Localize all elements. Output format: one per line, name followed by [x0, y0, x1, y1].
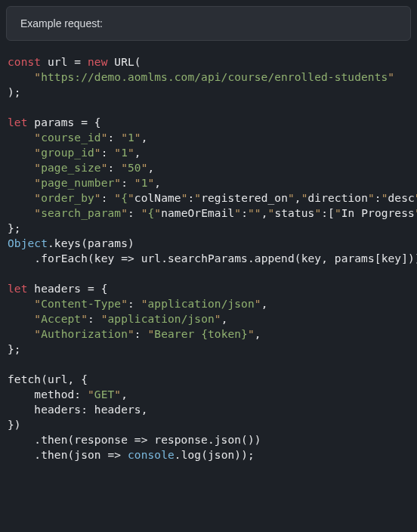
method-val: GET: [94, 388, 115, 401]
code-line: let params = {: [8, 116, 101, 128]
class-console: console: [128, 449, 175, 461]
method-then: then: [41, 434, 67, 446]
string-quote: ": [134, 177, 141, 189]
string-quote: ": [114, 388, 121, 401]
string-quote: ": [248, 328, 255, 340]
code-line: };: [8, 222, 21, 234]
header-key: Content-Type: [41, 298, 121, 310]
string-quote: ": [141, 207, 148, 219]
class-object: Object: [8, 237, 48, 249]
code-line: "search_param": "{"nameOrEmail":"","stat…: [8, 207, 417, 219]
code-line: "order_by": "{"colName":"registered_on",…: [8, 192, 417, 204]
code-line: .forEach(key => url.searchParams.append(…: [8, 252, 417, 264]
string-quote: ": [128, 328, 134, 340]
string-quote: ": [34, 328, 41, 340]
header-val: application/json: [148, 298, 255, 310]
string-quote: ": [147, 328, 154, 340]
param-val: 50: [128, 162, 141, 174]
string-quote: ": [128, 147, 134, 159]
var-headers: headers: [34, 283, 81, 295]
code-line: const url = new URL(: [8, 56, 141, 68]
code-line: .then(response => response.json()): [8, 434, 261, 446]
code-line: "course_id": "1",: [8, 131, 148, 144]
code-line: "Authorization": "Bearer {token}",: [8, 328, 261, 340]
string-quote: ": [121, 131, 128, 144]
code-line: "group_id": "1",: [8, 147, 141, 159]
code-line: };: [8, 343, 21, 355]
header-key: Authorization: [41, 328, 128, 340]
string-quote: ": [101, 313, 108, 325]
opt-method: method: [34, 388, 74, 401]
string-quote: ": [141, 298, 148, 310]
param-val: 1: [128, 131, 134, 144]
string-quote: ": [255, 298, 261, 310]
code-line: "page_number": "1",: [8, 177, 161, 189]
var-url: url: [48, 56, 68, 68]
string-quote: ": [114, 192, 121, 204]
code-line: "page_size": "50",: [8, 162, 154, 174]
string-quote: ": [34, 192, 41, 204]
string-quote: ": [81, 313, 88, 325]
method-log: log: [181, 449, 202, 461]
string-quote: ": [388, 71, 394, 83]
string-quote: ": [34, 298, 41, 310]
string-quote: ": [88, 388, 94, 401]
param-key: course_id: [41, 131, 100, 144]
code-line: );: [8, 86, 21, 98]
string-quote: ": [121, 298, 128, 310]
code-line: "https://demo.aomlms.com/api/course/enro…: [8, 71, 394, 83]
method-then: then: [41, 449, 67, 461]
keyword-const: const: [8, 56, 41, 68]
code-line: .then(json => console.log(json));: [8, 449, 255, 461]
arrow-param: key: [94, 252, 115, 264]
string-quote: ": [141, 162, 148, 174]
string-quote: ": [34, 147, 41, 159]
string-quote: ": [34, 207, 41, 219]
header-key: Accept: [41, 313, 81, 325]
param-key: page_number: [41, 177, 114, 189]
string-quote: ": [34, 177, 41, 189]
opt-headers: headers: [34, 404, 81, 416]
param-key: order_by: [41, 192, 94, 204]
keyword-new: new: [88, 56, 108, 68]
fn-fetch: fetch: [8, 373, 41, 385]
string-quote: ": [215, 313, 221, 325]
header-label: Example request:: [20, 17, 103, 29]
string-quote: ": [34, 162, 41, 174]
string-quote: ": [94, 192, 101, 204]
class-url: URL: [114, 56, 134, 68]
method-keys: keys: [54, 237, 81, 249]
param-key: group_id: [41, 147, 94, 159]
code-line: fetch(url, {: [8, 373, 88, 385]
string-quote: ": [134, 131, 141, 144]
code-line: "Accept": "application/json",: [8, 313, 227, 325]
param-key: search_param: [41, 207, 121, 219]
header-val: application/json: [108, 313, 215, 325]
code-line: headers: headers,: [8, 404, 147, 416]
code-line: "Content-Type": "application/json",: [8, 298, 267, 310]
param-val: 1: [141, 177, 148, 189]
code-block: const url = new URL( "https://demo.aomlm…: [0, 47, 417, 470]
string-quote: ": [114, 177, 121, 189]
arrow-param: json: [74, 449, 100, 461]
string-quote: ": [114, 147, 121, 159]
code-line: method: "GET",: [8, 388, 128, 401]
var-params: params: [34, 116, 74, 128]
code-line: Object.keys(params): [8, 237, 134, 249]
keyword-let: let: [8, 283, 28, 295]
keyword-let: let: [8, 116, 28, 128]
url-string: https://demo.aomlms.com/api/course/enrol…: [41, 71, 388, 83]
method-foreach: forEach: [41, 252, 88, 264]
example-request-header: Example request:: [6, 6, 411, 41]
string-quote: ": [94, 147, 101, 159]
string-quote: ": [121, 162, 128, 174]
arrow-param: response: [74, 434, 128, 446]
header-val: Bearer {token}: [154, 328, 248, 340]
param-val: 1: [121, 147, 128, 159]
code-line: }): [8, 419, 21, 431]
string-quote: ": [34, 131, 41, 144]
code-line: let headers = {: [8, 283, 107, 295]
string-quote: ": [34, 313, 41, 325]
string-quote: ": [34, 71, 41, 83]
string-quote: ": [121, 207, 128, 219]
